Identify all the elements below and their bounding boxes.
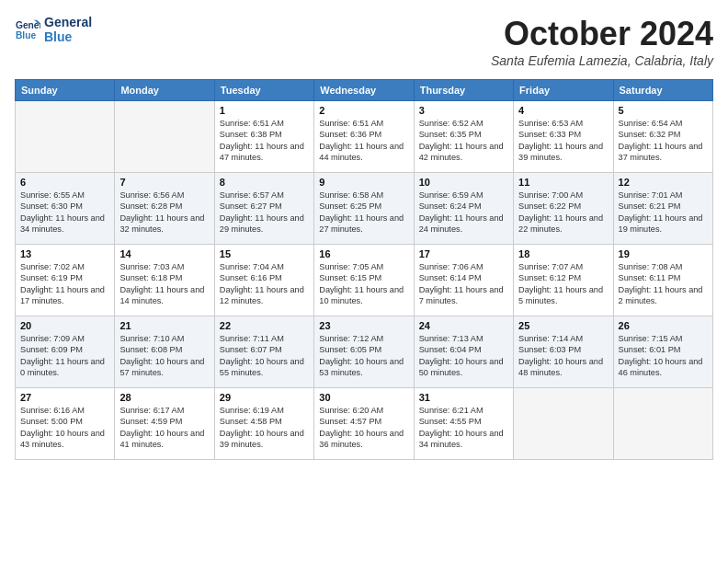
logo-text: General Blue — [44, 15, 92, 44]
day-info: Sunrise: 6:51 AM Sunset: 6:36 PM Dayligh… — [319, 118, 408, 164]
calendar-cell: 2Sunrise: 6:51 AM Sunset: 6:36 PM Daylig… — [314, 101, 414, 173]
day-info: Sunrise: 7:14 AM Sunset: 6:03 PM Dayligh… — [518, 333, 608, 379]
day-number: 24 — [419, 320, 508, 331]
calendar-cell: 16Sunrise: 7:05 AM Sunset: 6:15 PM Dayli… — [314, 245, 414, 316]
day-number: 23 — [319, 320, 408, 331]
day-number: 20 — [20, 320, 109, 331]
calendar-cell: 1Sunrise: 6:51 AM Sunset: 6:38 PM Daylig… — [214, 101, 313, 173]
calendar-cell: 23Sunrise: 7:12 AM Sunset: 6:05 PM Dayli… — [314, 316, 414, 388]
calendar-cell — [115, 101, 214, 173]
calendar-cell: 12Sunrise: 7:01 AM Sunset: 6:21 PM Dayli… — [613, 173, 712, 245]
page-header: General Blue General Blue October 2024 S… — [15, 15, 713, 68]
day-number: 3 — [419, 105, 508, 116]
day-info: Sunrise: 7:04 AM Sunset: 6:16 PM Dayligh… — [220, 261, 309, 307]
day-info: Sunrise: 7:08 AM Sunset: 6:11 PM Dayligh… — [619, 261, 708, 307]
day-info: Sunrise: 7:12 AM Sunset: 6:05 PM Dayligh… — [319, 333, 408, 379]
calendar-cell — [16, 101, 115, 173]
col-header-tuesday: Tuesday — [214, 80, 313, 101]
day-number: 19 — [619, 248, 708, 259]
day-number: 29 — [220, 392, 309, 403]
day-info: Sunrise: 6:52 AM Sunset: 6:35 PM Dayligh… — [419, 118, 508, 164]
calendar-cell: 30Sunrise: 6:20 AM Sunset: 4:57 PM Dayli… — [314, 388, 414, 460]
col-header-sunday: Sunday — [16, 80, 115, 101]
day-info: Sunrise: 7:00 AM Sunset: 6:22 PM Dayligh… — [518, 190, 608, 236]
day-number: 31 — [419, 392, 508, 403]
day-info: Sunrise: 7:03 AM Sunset: 6:18 PM Dayligh… — [119, 261, 209, 307]
day-info: Sunrise: 7:09 AM Sunset: 6:09 PM Dayligh… — [20, 333, 109, 379]
calendar-week-row: 1Sunrise: 6:51 AM Sunset: 6:38 PM Daylig… — [16, 101, 713, 173]
day-number: 8 — [220, 177, 309, 188]
calendar-cell: 25Sunrise: 7:14 AM Sunset: 6:03 PM Dayli… — [514, 316, 613, 388]
day-info: Sunrise: 6:55 AM Sunset: 6:30 PM Dayligh… — [20, 190, 109, 236]
logo: General Blue General Blue — [15, 15, 92, 44]
calendar-cell: 26Sunrise: 7:15 AM Sunset: 6:01 PM Dayli… — [613, 316, 712, 388]
day-info: Sunrise: 6:53 AM Sunset: 6:33 PM Dayligh… — [518, 118, 608, 164]
day-info: Sunrise: 7:15 AM Sunset: 6:01 PM Dayligh… — [619, 333, 708, 379]
day-number: 2 — [319, 105, 408, 116]
day-info: Sunrise: 6:19 AM Sunset: 4:58 PM Dayligh… — [220, 405, 309, 451]
calendar-cell: 15Sunrise: 7:04 AM Sunset: 6:16 PM Dayli… — [214, 245, 313, 316]
calendar-cell: 28Sunrise: 6:17 AM Sunset: 4:59 PM Dayli… — [115, 388, 214, 460]
calendar-cell — [613, 388, 712, 460]
day-info: Sunrise: 6:58 AM Sunset: 6:25 PM Dayligh… — [319, 190, 408, 236]
calendar-cell: 9Sunrise: 6:58 AM Sunset: 6:25 PM Daylig… — [314, 173, 414, 245]
calendar-cell: 6Sunrise: 6:55 AM Sunset: 6:30 PM Daylig… — [16, 173, 115, 245]
day-number: 7 — [119, 177, 209, 188]
calendar-cell: 10Sunrise: 6:59 AM Sunset: 6:24 PM Dayli… — [414, 173, 513, 245]
day-info: Sunrise: 6:56 AM Sunset: 6:28 PM Dayligh… — [119, 190, 209, 236]
calendar-cell: 29Sunrise: 6:19 AM Sunset: 4:58 PM Dayli… — [214, 388, 313, 460]
calendar-cell: 14Sunrise: 7:03 AM Sunset: 6:18 PM Dayli… — [115, 245, 214, 316]
calendar-cell: 27Sunrise: 6:16 AM Sunset: 5:00 PM Dayli… — [16, 388, 115, 460]
day-number: 17 — [419, 248, 508, 259]
day-number: 11 — [518, 177, 608, 188]
col-header-friday: Friday — [514, 80, 613, 101]
location: Santa Eufemia Lamezia, Calabria, Italy — [491, 53, 713, 68]
day-number: 28 — [119, 392, 209, 403]
calendar-cell — [514, 388, 613, 460]
calendar-header-row: SundayMondayTuesdayWednesdayThursdayFrid… — [16, 80, 713, 101]
calendar-cell: 4Sunrise: 6:53 AM Sunset: 6:33 PM Daylig… — [514, 101, 613, 173]
month-title: October 2024 — [491, 15, 713, 53]
day-number: 10 — [419, 177, 508, 188]
calendar-cell: 22Sunrise: 7:11 AM Sunset: 6:07 PM Dayli… — [214, 316, 313, 388]
calendar-cell: 7Sunrise: 6:56 AM Sunset: 6:28 PM Daylig… — [115, 173, 214, 245]
calendar-table: SundayMondayTuesdayWednesdayThursdayFrid… — [15, 79, 713, 460]
calendar-cell: 5Sunrise: 6:54 AM Sunset: 6:32 PM Daylig… — [613, 101, 712, 173]
day-info: Sunrise: 6:17 AM Sunset: 4:59 PM Dayligh… — [119, 405, 209, 451]
day-number: 22 — [220, 320, 309, 331]
calendar-cell: 31Sunrise: 6:21 AM Sunset: 4:55 PM Dayli… — [414, 388, 513, 460]
logo-icon: General Blue — [15, 17, 40, 42]
day-info: Sunrise: 7:02 AM Sunset: 6:19 PM Dayligh… — [20, 261, 109, 307]
calendar-week-row: 20Sunrise: 7:09 AM Sunset: 6:09 PM Dayli… — [16, 316, 713, 388]
day-number: 16 — [319, 248, 408, 259]
day-info: Sunrise: 7:10 AM Sunset: 6:08 PM Dayligh… — [119, 333, 209, 379]
calendar-cell: 17Sunrise: 7:06 AM Sunset: 6:14 PM Dayli… — [414, 245, 513, 316]
col-header-saturday: Saturday — [613, 80, 712, 101]
day-number: 14 — [119, 248, 209, 259]
day-number: 4 — [518, 105, 608, 116]
calendar-cell: 20Sunrise: 7:09 AM Sunset: 6:09 PM Dayli… — [16, 316, 115, 388]
day-info: Sunrise: 6:59 AM Sunset: 6:24 PM Dayligh… — [419, 190, 508, 236]
day-number: 1 — [220, 105, 309, 116]
day-info: Sunrise: 7:11 AM Sunset: 6:07 PM Dayligh… — [220, 333, 309, 379]
day-number: 12 — [619, 177, 708, 188]
calendar-cell: 18Sunrise: 7:07 AM Sunset: 6:12 PM Dayli… — [514, 245, 613, 316]
day-number: 9 — [319, 177, 408, 188]
day-number: 30 — [319, 392, 408, 403]
calendar-cell: 3Sunrise: 6:52 AM Sunset: 6:35 PM Daylig… — [414, 101, 513, 173]
day-info: Sunrise: 7:07 AM Sunset: 6:12 PM Dayligh… — [518, 261, 608, 307]
calendar-week-row: 13Sunrise: 7:02 AM Sunset: 6:19 PM Dayli… — [16, 245, 713, 316]
calendar-cell: 21Sunrise: 7:10 AM Sunset: 6:08 PM Dayli… — [115, 316, 214, 388]
day-info: Sunrise: 6:57 AM Sunset: 6:27 PM Dayligh… — [220, 190, 309, 236]
day-info: Sunrise: 7:05 AM Sunset: 6:15 PM Dayligh… — [319, 261, 408, 307]
calendar-week-row: 27Sunrise: 6:16 AM Sunset: 5:00 PM Dayli… — [16, 388, 713, 460]
calendar-cell: 19Sunrise: 7:08 AM Sunset: 6:11 PM Dayli… — [613, 245, 712, 316]
title-block: October 2024 Santa Eufemia Lamezia, Cala… — [491, 15, 713, 68]
day-info: Sunrise: 6:20 AM Sunset: 4:57 PM Dayligh… — [319, 405, 408, 451]
day-number: 6 — [20, 177, 109, 188]
col-header-monday: Monday — [115, 80, 214, 101]
day-info: Sunrise: 6:54 AM Sunset: 6:32 PM Dayligh… — [619, 118, 708, 164]
day-number: 21 — [119, 320, 209, 331]
day-info: Sunrise: 7:13 AM Sunset: 6:04 PM Dayligh… — [419, 333, 508, 379]
day-info: Sunrise: 7:01 AM Sunset: 6:21 PM Dayligh… — [619, 190, 708, 236]
